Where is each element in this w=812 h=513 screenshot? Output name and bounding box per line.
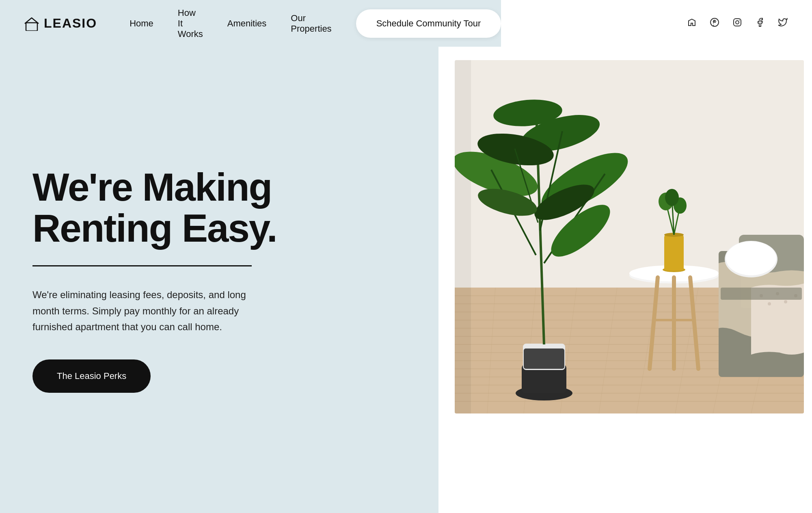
nav-home[interactable]: Home bbox=[130, 18, 153, 29]
svg-point-66 bbox=[784, 300, 787, 303]
logo-text: LEASIO bbox=[44, 16, 97, 31]
svg-point-62 bbox=[726, 241, 776, 275]
svg-rect-68 bbox=[721, 288, 802, 300]
main-wrapper bbox=[0, 0, 812, 513]
svg-point-57 bbox=[665, 189, 679, 206]
right-panel bbox=[438, 0, 812, 513]
svg-point-74 bbox=[739, 19, 740, 20]
schedule-tour-button[interactable]: Schedule Community Tour bbox=[356, 9, 501, 38]
home-logo-icon bbox=[24, 16, 39, 31]
svg-rect-24 bbox=[455, 60, 471, 413]
nav-links: Home How It Works Amenities Our Properti… bbox=[130, 8, 332, 39]
navbar-right bbox=[501, 0, 812, 47]
svg-rect-29 bbox=[524, 348, 564, 369]
social-icons-group bbox=[687, 17, 788, 30]
svg-rect-69 bbox=[26, 23, 37, 31]
svg-line-71 bbox=[713, 25, 714, 26]
svg-rect-50 bbox=[664, 235, 684, 271]
twitter-icon[interactable] bbox=[778, 17, 788, 30]
logo-area: LEASIO bbox=[24, 16, 97, 31]
nav-how-it-works[interactable]: How It Works bbox=[178, 8, 203, 39]
nav-amenities[interactable]: Amenities bbox=[227, 18, 267, 29]
instagram-icon[interactable] bbox=[732, 17, 742, 30]
svg-rect-72 bbox=[734, 19, 741, 26]
svg-point-73 bbox=[736, 21, 739, 24]
navbar: LEASIO Home How It Works Amenities Our P… bbox=[0, 0, 812, 47]
navbar-left: LEASIO Home How It Works Amenities Our P… bbox=[0, 0, 501, 47]
svg-point-64 bbox=[768, 302, 771, 305]
nav-our-properties[interactable]: Our Properties bbox=[291, 13, 331, 34]
facebook-icon[interactable] bbox=[755, 17, 765, 30]
houzz-icon[interactable] bbox=[687, 17, 697, 30]
room-image bbox=[455, 60, 804, 413]
pinterest-icon[interactable] bbox=[710, 17, 719, 30]
left-panel bbox=[0, 0, 438, 513]
perks-button[interactable]: The Leasio Perks bbox=[32, 359, 151, 393]
